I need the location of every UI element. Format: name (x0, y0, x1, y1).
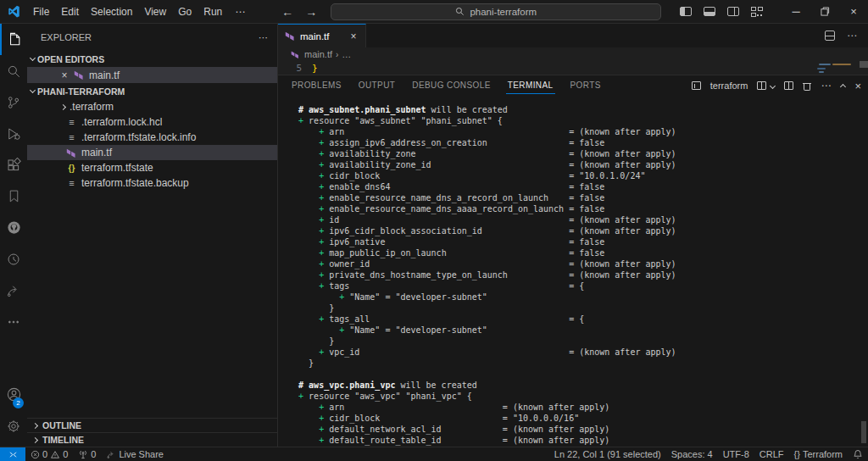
split-terminal-icon[interactable] (757, 81, 766, 90)
search-icon (6, 64, 21, 79)
tab-maintf[interactable]: main.tf × (278, 24, 366, 47)
vscode-logo-icon (0, 5, 27, 18)
activitybar-live-share[interactable] (0, 275, 27, 306)
panel-tab-debug-console[interactable]: DEBUG CONSOLE (410, 77, 492, 94)
panel-tab-problems[interactable]: PROBLEMS (290, 77, 343, 94)
window-close-button[interactable]: × (839, 0, 868, 23)
panel-tab-terminal[interactable]: TERMINAL (506, 77, 555, 94)
toggle-sidebar-icon[interactable] (680, 7, 692, 16)
file-tree-item-lock-hcl[interactable]: ≡ .terraform.lock.hcl (27, 114, 277, 130)
toggle-panel-icon[interactable] (704, 7, 715, 16)
nav-forward-icon[interactable]: → (305, 5, 317, 19)
breadcrumb[interactable]: main.tf › … (278, 47, 868, 61)
explorer-sidebar: EXPLORER ⋯ OPEN EDITORS × main.tf PHANI-… (27, 24, 278, 447)
new-terminal-icon[interactable] (784, 81, 793, 90)
activitybar-source-control[interactable] (0, 86, 27, 118)
explorer-more-actions-icon[interactable]: ⋯ (259, 32, 269, 43)
activitybar-account[interactable]: 2 (0, 379, 27, 410)
file-tree-item-tfstate-lock-info[interactable]: ≡ .terraform.tfstate.lock.info (27, 130, 277, 145)
menu-go[interactable]: Go (172, 6, 198, 18)
file-tree-item-terraform-folder[interactable]: .terraform (27, 99, 277, 114)
section-project-root[interactable]: PHANI-TERRAFORM (27, 83, 277, 99)
menu-file[interactable]: File (27, 6, 55, 18)
file-icon: ≡ (66, 132, 77, 142)
section-timeline[interactable]: TIMELINE (27, 432, 277, 447)
kill-terminal-icon[interactable] (803, 81, 811, 91)
file-tree-item-tfstate-backup[interactable]: ≡ terraform.tfstate.backup (27, 175, 277, 191)
language-mode-status[interactable]: {} Terraform (789, 447, 848, 461)
title-bar: File Edit Selection View Go Run ⋯ ← → ph… (0, 0, 868, 24)
problems-status[interactable]: 0 0 (25, 447, 73, 461)
file-tree-item-tfstate[interactable]: {} terraform.tfstate (27, 160, 277, 175)
maximize-panel-icon[interactable] (840, 84, 846, 90)
customize-layout-icon[interactable] (751, 7, 763, 17)
chevron-down-icon[interactable] (770, 82, 776, 88)
chevron-right-icon (60, 103, 66, 109)
gear-icon (6, 419, 21, 434)
terraform-icon (74, 69, 85, 81)
file-tree-item-maintf[interactable]: main.tf (27, 145, 277, 160)
section-open-editors[interactable]: OPEN EDITORS (27, 51, 277, 67)
activitybar-bookmarks[interactable] (0, 181, 27, 212)
search-icon (455, 7, 465, 16)
sidebar-title: EXPLORER (41, 32, 92, 42)
menu-selection[interactable]: Selection (85, 6, 138, 18)
panel-tab-ports[interactable]: PORTS (569, 77, 603, 94)
live-share-status[interactable]: Live Share (101, 447, 169, 461)
activitybar-history[interactable] (0, 243, 27, 275)
editor-more-actions-icon[interactable]: ⋯ (847, 30, 858, 42)
activitybar-explorer[interactable] (0, 24, 27, 55)
terraform-icon (66, 147, 77, 158)
panel-tab-output[interactable]: OUTPUT (357, 77, 398, 94)
eol-status[interactable]: CRLF (754, 447, 789, 461)
menu-view[interactable]: View (138, 6, 172, 18)
activitybar-search[interactable] (0, 55, 27, 86)
files-icon (6, 31, 22, 47)
ports-status[interactable]: 0 (73, 447, 101, 461)
section-outline[interactable]: OUTLINE (27, 418, 277, 432)
menu-more-icon[interactable]: ⋯ (228, 6, 253, 18)
command-center-search[interactable]: phani-terraform (331, 3, 661, 20)
terminal-icon (692, 81, 701, 90)
close-icon[interactable]: × (59, 69, 70, 81)
vscode-window: File Edit Selection View Go Run ⋯ ← → ph… (0, 0, 868, 461)
menu-edit[interactable]: Edit (55, 6, 85, 18)
tab-close-icon[interactable]: × (348, 31, 359, 42)
terminal-scrollbar[interactable] (861, 421, 866, 443)
activitybar-more[interactable] (0, 306, 27, 337)
nav-back-icon[interactable]: ← (281, 5, 293, 19)
split-editor-icon[interactable] (825, 31, 835, 41)
activitybar-run-debug[interactable] (0, 118, 27, 149)
share-arrow-icon (6, 283, 21, 298)
toggle-secondary-sidebar-icon[interactable] (727, 7, 739, 16)
terminal-name[interactable]: terraform (710, 81, 748, 91)
terminal-output[interactable]: # aws_subnet.phani_subnet will be create… (278, 96, 868, 447)
activitybar-extensions[interactable] (0, 149, 27, 181)
chevron-right-icon (32, 436, 38, 442)
extensions-icon (6, 158, 21, 173)
share-arrow-icon (106, 450, 116, 459)
notifications-status[interactable] (848, 447, 868, 461)
minimap[interactable] (812, 62, 856, 74)
remote-indicator[interactable] (0, 447, 25, 461)
chevron-down-icon (30, 87, 36, 93)
breadcrumb-symbol[interactable]: … (342, 49, 351, 59)
editor-scrollbar[interactable] (860, 61, 868, 68)
chevron-right-icon: › (336, 50, 338, 59)
breadcrumb-file[interactable]: main.tf (304, 49, 332, 59)
terraform-icon (290, 50, 301, 59)
open-editor-item-maintf[interactable]: × main.tf (27, 67, 277, 83)
menu-run[interactable]: Run (198, 6, 228, 18)
activitybar-github[interactable] (0, 212, 27, 243)
close-panel-icon[interactable]: × (854, 80, 861, 92)
panel-more-actions-icon[interactable]: ⋯ (821, 80, 832, 92)
encoding-status[interactable]: UTF-8 (718, 447, 754, 461)
activity-bar: 2 (0, 24, 27, 447)
editor-pane[interactable]: 5 } (278, 61, 868, 75)
window-restore-button[interactable] (810, 0, 839, 23)
indentation-status[interactable]: Spaces: 4 (666, 447, 718, 461)
git-branch-icon (6, 95, 21, 110)
activitybar-settings[interactable] (0, 410, 27, 442)
window-minimize-button[interactable]: ─ (782, 0, 810, 23)
cursor-position-status[interactable]: Ln 22, Col 1 (91 selected) (549, 447, 666, 461)
